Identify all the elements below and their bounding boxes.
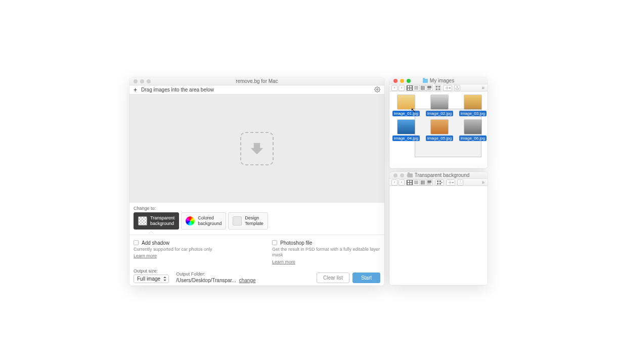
svg-rect-25 — [414, 182, 418, 183]
action-button[interactable]: ▾ — [446, 179, 455, 186]
psd-hint: Get the result in PSD format with a full… — [272, 247, 380, 258]
psd-learn-more[interactable]: Learn more — [272, 259, 295, 264]
thumbnail-icon — [430, 119, 449, 134]
svg-rect-4 — [410, 88, 412, 89]
share-button[interactable] — [454, 85, 460, 91]
change-folder-link[interactable]: change — [239, 278, 256, 283]
add-shadow-checkbox[interactable] — [134, 240, 139, 245]
svg-rect-33 — [430, 184, 431, 185]
share-button[interactable] — [457, 179, 463, 186]
output-size-label: Output size: — [134, 268, 169, 274]
svg-rect-30 — [427, 180, 431, 183]
icon-view-button[interactable] — [406, 179, 413, 186]
start-button[interactable]: Start — [352, 272, 380, 283]
overflow-icon[interactable]: » — [480, 179, 486, 185]
thumbnail-icon — [464, 119, 482, 134]
icon-view-button[interactable] — [406, 85, 413, 91]
back-button[interactable]: ‹ — [391, 179, 398, 186]
option-transparent-bg[interactable]: Transparentbackground — [134, 212, 179, 230]
svg-rect-2 — [410, 86, 412, 87]
output-size-select[interactable]: Full image — [134, 275, 169, 283]
svg-rect-16 — [438, 86, 440, 87]
finder-transparent-bg: Transparent background ‹ › ▾ ▾ » — [389, 172, 488, 285]
svg-rect-27 — [421, 180, 422, 185]
thumbnail-icon — [430, 95, 449, 110]
file-item[interactable]: image_03.jpg — [459, 95, 487, 116]
psd-label: Photoshop file — [280, 240, 312, 246]
arrange-button[interactable]: ▾ — [435, 179, 444, 186]
filename: image_01.jpg — [392, 111, 420, 116]
color-wheel-icon — [186, 216, 195, 225]
list-view-button[interactable] — [413, 179, 420, 186]
change-to-label: Change to: — [134, 206, 380, 211]
svg-rect-29 — [424, 180, 425, 185]
options-panel: Change to: Transparentbackground Colored… — [129, 203, 384, 235]
thumbnail-icon — [397, 119, 415, 134]
action-button[interactable]: ▾ — [443, 85, 452, 91]
column-view-button[interactable] — [419, 85, 426, 91]
option-colored-bg[interactable]: Coloredbackground — [181, 212, 226, 230]
finder-body[interactable] — [389, 186, 488, 285]
svg-rect-11 — [427, 86, 431, 88]
svg-rect-15 — [436, 86, 437, 87]
output-folder-path: /Users/Desktop/Transpar... — [176, 278, 236, 283]
window-title: Transparent background — [389, 172, 488, 178]
svg-point-19 — [447, 87, 448, 88]
clear-list-button[interactable]: Clear list — [317, 272, 349, 283]
file-item[interactable]: image_02.jpg — [426, 95, 453, 116]
file-item[interactable]: image_01.jpg — [392, 95, 420, 116]
svg-rect-9 — [422, 86, 423, 90]
finder-my-images: My images ‹ › ▾ » image_01.jpg image_02.… — [389, 77, 488, 168]
thumbnail-icon — [464, 95, 482, 110]
folder-icon — [408, 173, 413, 177]
svg-rect-7 — [414, 88, 418, 89]
svg-rect-21 — [410, 180, 412, 182]
file-item[interactable]: image_04.jpg — [392, 119, 420, 141]
file-item[interactable]: image_05.jpg — [426, 119, 453, 141]
svg-rect-20 — [408, 180, 409, 182]
gallery-view-button[interactable] — [426, 85, 433, 91]
list-view-button[interactable] — [413, 85, 420, 91]
option-design-template[interactable]: DesignTemplate — [228, 212, 268, 230]
toolbar: + Drag images into the area below — [129, 85, 384, 95]
svg-rect-10 — [424, 86, 425, 90]
svg-rect-12 — [427, 89, 428, 90]
add-icon[interactable]: + — [134, 86, 137, 94]
finder-toolbar: ‹ › ▾ » — [389, 84, 488, 92]
filename: image_04.jpg — [392, 135, 420, 141]
column-view-button[interactable] — [419, 179, 426, 186]
forward-button[interactable]: › — [399, 85, 405, 91]
forward-button[interactable]: › — [399, 179, 405, 186]
svg-rect-14 — [430, 89, 431, 90]
titlebar: remove.bg for Mac — [129, 77, 384, 85]
svg-rect-3 — [408, 88, 409, 89]
back-button[interactable]: ‹ — [391, 85, 398, 91]
view-mode-group — [407, 179, 433, 186]
svg-point-0 — [377, 88, 378, 90]
svg-rect-13 — [428, 89, 429, 90]
bg-options: Transparentbackground Coloredbackground … — [134, 212, 380, 230]
file-item[interactable]: image_06.jpg — [459, 119, 487, 141]
dropzone[interactable] — [129, 95, 384, 203]
psd-checkbox[interactable] — [272, 240, 277, 245]
output-folder-label: Output Folder: — [176, 271, 255, 277]
drop-target — [240, 132, 274, 165]
svg-rect-26 — [414, 183, 418, 184]
finder-toolbar: ‹ › ▾ ▾ » — [389, 179, 488, 186]
output-row: Output size: Full image Output Folder: /… — [129, 268, 384, 286]
add-shadow-learn-more[interactable]: Learn more — [134, 253, 157, 258]
checkbox-row: Add shadow Currently supported for car p… — [129, 235, 384, 268]
svg-rect-28 — [422, 180, 423, 185]
arrange-button[interactable] — [435, 85, 441, 91]
arrow-down-icon — [249, 141, 265, 156]
finder-body[interactable]: image_01.jpg image_02.jpg image_03.jpg i… — [389, 92, 488, 168]
svg-rect-31 — [427, 184, 428, 185]
overflow-icon[interactable]: » — [480, 85, 486, 90]
filename: image_02.jpg — [426, 111, 453, 116]
gallery-view-button[interactable] — [426, 179, 433, 186]
thumbnail-icon — [397, 95, 415, 110]
removebg-window: remove.bg for Mac + Drag images into the… — [129, 77, 384, 286]
settings-icon[interactable] — [374, 86, 380, 94]
svg-rect-17 — [436, 88, 437, 89]
folder-icon — [423, 79, 428, 83]
